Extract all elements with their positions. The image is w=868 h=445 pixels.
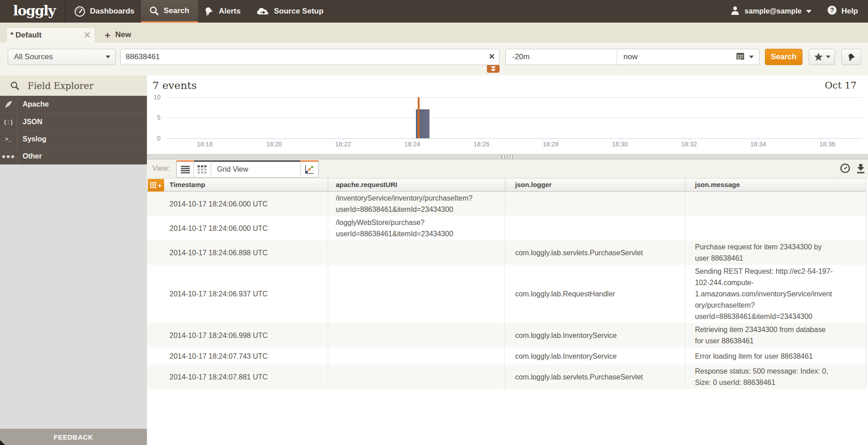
tab-default[interactable]: * Default ✕ bbox=[6, 27, 95, 42]
field-explorer-title: Field Explorer bbox=[28, 80, 94, 91]
chevron-down-icon bbox=[106, 56, 110, 58]
table-cell: com.loggly.lab.servlets.PurchaseServlet bbox=[505, 365, 685, 389]
table-cell: Sending REST Request: http://ec2-54-197-… bbox=[685, 265, 866, 323]
feedback-button[interactable]: FEEDBACK bbox=[0, 429, 147, 445]
download-button[interactable] bbox=[856, 164, 865, 173]
table-row[interactable]: 2014-10-17 18:24:06.898 UTCcom.loggly.la… bbox=[147, 240, 866, 265]
create-alert-button[interactable] bbox=[841, 49, 861, 65]
table-cell: 2014-10-17 18:24:07.881 UTC bbox=[147, 365, 328, 389]
nav-item-alerts[interactable]: Alerts bbox=[195, 0, 249, 23]
table-cell: Response status: 500 message: Index: 0, … bbox=[685, 365, 866, 389]
x-axis-tick-label: 18:22 bbox=[327, 141, 359, 148]
user-menu[interactable]: sample@sample bbox=[730, 0, 811, 23]
y-axis-tick-label: 0 bbox=[149, 135, 160, 142]
column-header-timestamp[interactable]: Timestamp bbox=[147, 178, 328, 191]
x-axis-tick-label: 18:34 bbox=[742, 141, 774, 148]
column-header-json-logger[interactable]: json.logger bbox=[505, 178, 685, 191]
search-icon bbox=[149, 6, 159, 16]
table-cell: 2014-10-17 18:24:06.000 UTC bbox=[147, 192, 328, 216]
plus-icon: ＋ bbox=[103, 29, 112, 41]
splitter-handle[interactable] bbox=[147, 154, 868, 159]
table-cell: com.loggly.lab.InventoryService bbox=[505, 347, 685, 365]
table-cell bbox=[328, 365, 505, 389]
view-toolbar: View: Grid View bbox=[147, 159, 868, 178]
splitter-grip-icon bbox=[501, 155, 515, 159]
nav-item-label: Dashboards bbox=[90, 7, 134, 16]
x-axis-notch bbox=[551, 138, 551, 140]
x-axis-notch bbox=[343, 138, 344, 140]
list-view-button[interactable] bbox=[177, 160, 194, 177]
add-column-button[interactable]: + bbox=[148, 179, 164, 192]
sidebar-item-json[interactable]: { : } JSON bbox=[0, 113, 147, 130]
corner-resize-grip[interactable] bbox=[0, 440, 5, 445]
time-to-input[interactable]: now bbox=[617, 49, 736, 65]
column-header-apache-requesturi[interactable]: apache.requestURI bbox=[328, 178, 505, 191]
sidebar-item-apache[interactable]: Apache bbox=[0, 96, 147, 113]
tab-close-icon[interactable]: ✕ bbox=[84, 31, 91, 39]
timestamp-toggle-button[interactable] bbox=[840, 163, 850, 173]
svg-text:?: ? bbox=[830, 6, 834, 14]
table-cell bbox=[685, 216, 866, 240]
view-mode-value[interactable]: Grid View bbox=[211, 160, 300, 177]
table-cell: 2014-10-17 18:24:06.898 UTC bbox=[147, 240, 328, 265]
view-switcher: Grid View bbox=[176, 160, 319, 178]
table-row[interactable]: 2014-10-17 18:24:06.998 UTCcom.loggly.la… bbox=[147, 323, 866, 347]
table-row[interactable]: 2014-10-17 18:24:07.881 UTCcom.loggly.la… bbox=[147, 365, 866, 389]
nav-item-dashboards[interactable]: Dashboards bbox=[66, 0, 142, 23]
loggly-logo[interactable]: loggly bbox=[13, 3, 55, 19]
x-axis-notch bbox=[758, 138, 759, 140]
search-query-input[interactable] bbox=[121, 49, 499, 65]
x-axis-tick-label: 18:30 bbox=[604, 141, 636, 148]
events-histogram[interactable]: 051018:1818:2018:2218:2418:2618:2818:301… bbox=[147, 75, 868, 154]
nav-item-source-setup[interactable]: Source Setup bbox=[248, 0, 332, 23]
star-icon bbox=[814, 52, 823, 61]
results-table: + Timestamp apache.requestURI json.logge… bbox=[147, 178, 866, 389]
chevron-down-icon bbox=[491, 66, 496, 69]
sidebar-item-syslog[interactable]: >_ Syslog bbox=[0, 130, 147, 147]
source-selector[interactable]: All Sources bbox=[8, 49, 116, 65]
x-axis-tick-label: 18:28 bbox=[535, 141, 566, 148]
field-explorer-sidebar: Field Explorer Apache { : } JSON >_ Sysl… bbox=[0, 75, 147, 445]
grid-view-icon bbox=[198, 165, 207, 173]
table-cell: Error loading item for user 88638461 bbox=[685, 347, 866, 365]
table-cell bbox=[328, 265, 505, 323]
user-icon bbox=[730, 5, 740, 17]
y-axis-tick-label: 10 bbox=[149, 94, 160, 101]
table-row[interactable]: 2014-10-17 18:24:06.000 UTC/logglyWebSto… bbox=[147, 216, 866, 240]
source-selector-value: All Sources bbox=[8, 52, 53, 61]
x-axis-tick-label: 18:24 bbox=[396, 141, 428, 148]
grid-view-button[interactable] bbox=[194, 160, 211, 177]
help-menu[interactable]: ? Help bbox=[827, 0, 858, 23]
sidebar-item-other[interactable]: ●●● Other bbox=[0, 147, 147, 164]
bell-icon bbox=[203, 6, 214, 17]
chart-gridline bbox=[166, 97, 862, 98]
time-range-field: -20m now bbox=[505, 49, 760, 65]
top-navbar: loggly Dashboards Search Alerts Source S… bbox=[0, 0, 868, 23]
column-header-json-message[interactable]: json.message bbox=[685, 178, 866, 191]
download-icon bbox=[856, 164, 865, 173]
advanced-search-toggle[interactable] bbox=[487, 65, 500, 73]
table-cell: 2014-10-17 18:24:06.000 UTC bbox=[147, 216, 328, 240]
table-row[interactable]: 2014-10-17 18:24:06.000 UTC/inventorySer… bbox=[147, 192, 866, 216]
x-axis-tick-label: 18:26 bbox=[466, 141, 497, 148]
chart-view-button[interactable] bbox=[300, 160, 318, 177]
table-row[interactable]: 2014-10-17 18:24:07.743 UTCcom.loggly.la… bbox=[147, 347, 866, 365]
table-cell bbox=[685, 192, 866, 216]
star-favorites-button[interactable] bbox=[809, 49, 835, 65]
table-row[interactable]: 2014-10-17 18:24:06.937 UTCcom.loggly.la… bbox=[147, 265, 866, 323]
table-cell bbox=[505, 216, 685, 240]
clear-query-icon[interactable]: ✕ bbox=[489, 53, 495, 61]
x-axis-notch bbox=[689, 138, 689, 140]
x-axis-notch bbox=[205, 138, 205, 140]
results-panel: 7 events Oct 17 051018:1818:2018:2218:24… bbox=[147, 75, 868, 445]
time-picker-button[interactable] bbox=[736, 49, 759, 65]
search-button[interactable]: Search bbox=[765, 49, 802, 65]
table-cell: com.loggly.lab.servlets.PurchaseServlet bbox=[505, 240, 685, 265]
new-tab-button[interactable]: ＋ New bbox=[103, 27, 131, 42]
terminal-icon: >_ bbox=[0, 131, 17, 147]
time-from-input[interactable]: -20m bbox=[506, 49, 617, 65]
table-cell: Purchase request for item 23434300 by us… bbox=[685, 240, 866, 265]
field-explorer-list: Apache { : } JSON >_ Syslog ●●● Other bbox=[0, 96, 147, 164]
nav-item-search[interactable]: Search bbox=[141, 0, 198, 23]
clock-icon bbox=[840, 163, 850, 173]
